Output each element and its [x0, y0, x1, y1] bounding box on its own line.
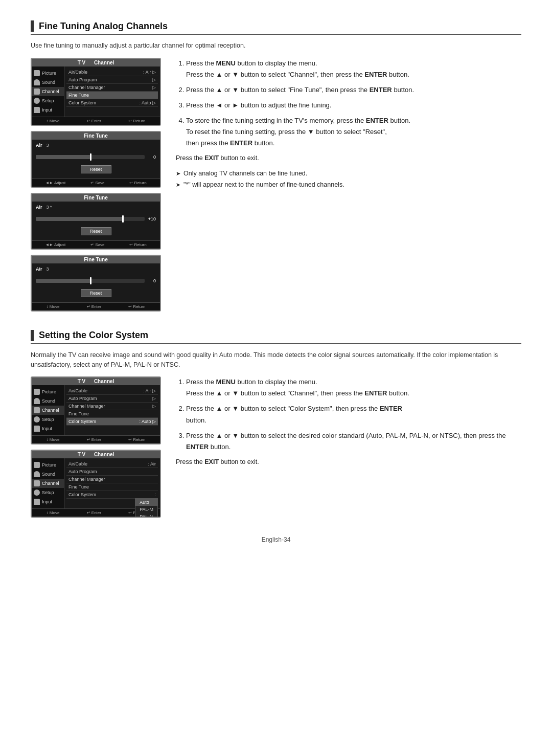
- tv-menu-autoprogram-arrow: ▷: [152, 77, 156, 82]
- tv-menu-channelmanager-arrow: ▷: [152, 85, 156, 90]
- tv-color-sidebar-input-2: Input: [32, 497, 64, 506]
- step2-enter-bold: ENTER: [370, 86, 392, 94]
- color-sidebar-setup-label-1: Setup: [42, 417, 54, 422]
- fine-tuning-instructions: Press the MENU button to display the men…: [176, 58, 521, 312]
- color-step2-enter-bold: ENTER: [380, 405, 402, 412]
- tv-color-channelmanager-2: Channel Manager: [66, 476, 158, 483]
- fine-tune-channel-row-2: Air 3 *: [36, 205, 156, 210]
- fine-tune-body-1: Air 3 0 Reset: [32, 140, 160, 179]
- fine-tuning-screens: T V Channel Picture Sound: [31, 58, 164, 312]
- color-system-desc: Normally the TV can receive image and so…: [31, 350, 521, 370]
- tv-color-sidebar-1: Picture Sound Channel: [32, 385, 64, 435]
- tv-color-sidebar-sound-2: Sound: [32, 470, 64, 479]
- fine-tune-slider-3[interactable]: [36, 279, 145, 283]
- tv-color-colorsystem-label-1: Color System: [68, 419, 96, 424]
- tv-color-colorsystem-1: Color System : Auto ▷: [66, 418, 158, 426]
- fine-tuning-step-4: To store the fine tuning setting in the …: [186, 115, 521, 149]
- color-sidebar-channel-label-2: Channel: [42, 481, 59, 486]
- page-number: English-34: [31, 536, 521, 543]
- fine-tune-reset-btn-2[interactable]: Reset: [81, 227, 111, 235]
- tv-sidebar-picture: Picture: [32, 69, 64, 78]
- fine-tune-body-2: Air 3 * +10 Reset: [32, 202, 160, 240]
- section-header-color: Setting the Color System: [31, 330, 521, 344]
- tv-color-aircable-label-1: Air/Cable: [68, 388, 87, 393]
- tv-color-content-2: Air/Cable : Air Auto Program Channel Man…: [64, 458, 160, 508]
- fine-tune-footer-save-2: ↵ Save: [90, 242, 104, 247]
- color-setup-icon-2: [34, 490, 40, 496]
- tv-color-footer-return-1: ↩ Return: [128, 437, 145, 442]
- fine-tuning-step-2: Press the ▲ or ▼ button to select "Fine …: [186, 84, 521, 96]
- fine-tune-title-2: Fine Tune: [32, 194, 160, 202]
- tv-menu-colorsystem-value: : Auto ▷: [139, 100, 156, 105]
- tv-sidebar-input-label: Input: [42, 107, 52, 113]
- fine-tune-footer-adjust-1: ◄► Adjust: [45, 181, 65, 185]
- tv-sidebar-setup-label: Setup: [42, 98, 54, 103]
- tv-content-1: Air/Cable : Air ▷ Auto Program ▷ Channel…: [64, 66, 160, 117]
- tv-color-colorsystem-label-2: Color System: [68, 492, 96, 497]
- fine-tune-channel-row-3: Air 3: [36, 266, 156, 272]
- tv-color-sidebar-input-1: Input: [32, 424, 64, 433]
- tv-color-sidebar-setup-2: Setup: [32, 488, 64, 497]
- tv-color-sidebar-setup-1: Setup: [32, 415, 64, 424]
- tv-color-menu-aircable-1: Air/Cable : Air ▷: [66, 387, 158, 395]
- fine-tune-reset-btn-1[interactable]: Reset: [81, 165, 111, 173]
- color-option-paln[interactable]: PAL-N: [135, 513, 157, 518]
- fine-tune-air-label-3: Air: [36, 266, 42, 272]
- tv-color-title-bar-1: T V Channel: [32, 377, 160, 385]
- color-sidebar-setup-label-2: Setup: [42, 490, 54, 495]
- fine-tune-channel-num-2: 3 *: [47, 205, 52, 210]
- fine-tune-footer-save-1: ↵ Save: [90, 181, 104, 185]
- sound-icon: [34, 79, 40, 85]
- section-header-fine-tuning: Fine Tuning Analog Channels: [31, 20, 521, 35]
- fine-tuning-notes: Only analog TV channels can be fine tune…: [176, 168, 521, 190]
- color-option-auto[interactable]: Auto: [135, 499, 157, 506]
- fine-tune-body-3: Air 3 0 Reset: [32, 263, 160, 302]
- input-icon: [34, 107, 40, 113]
- color-option-palm[interactable]: PAL-M: [135, 506, 157, 513]
- fine-tune-slider-1[interactable]: [36, 155, 145, 159]
- exit-bold-1: EXIT: [204, 154, 219, 162]
- tv-color-autoprogram-1: Auto Program ▷: [66, 395, 158, 403]
- tv-screen-channel-menu: T V Channel Picture Sound: [31, 58, 161, 126]
- fine-tune-value-3: 0: [148, 278, 156, 283]
- tv-color-sidebar-2: Picture Sound Channel: [32, 458, 64, 508]
- color-step1-menu-bold: MENU: [216, 378, 236, 386]
- tv-color-channelmanager-arrow-1: ▷: [152, 404, 156, 409]
- tv-footer-enter: ↵ Enter: [87, 119, 101, 123]
- exit-bold-2: EXIT: [204, 458, 219, 465]
- tv-color-menu-aircable-2: Air/Cable : Air: [66, 460, 158, 468]
- tv-color-content-1: Air/Cable : Air ▷ Auto Program ▷ Channel…: [64, 385, 160, 435]
- fine-tune-value-2: +10: [148, 216, 156, 221]
- tv-menu-colorsystem: Color System : Auto ▷: [66, 99, 158, 107]
- fine-tune-footer-adjust-2: ◄► Adjust: [45, 242, 65, 247]
- fine-tune-slider-2[interactable]: [36, 217, 145, 221]
- tv-sidebar-sound: Sound: [32, 78, 64, 87]
- tv-color-sidebar-picture-2: Picture: [32, 460, 64, 470]
- tv-screen-color-menu-1: T V Channel Picture Sound: [31, 376, 161, 444]
- tv-color-sidebar-sound-1: Sound: [32, 396, 64, 406]
- color-sidebar-input-label-1: Input: [42, 426, 52, 431]
- fine-tune-title-3: Fine Tune: [32, 256, 160, 263]
- setup-icon: [34, 98, 40, 104]
- fine-tune-reset-btn-3[interactable]: Reset: [81, 289, 111, 297]
- step4-enter-bold-2: ENTER: [230, 139, 252, 147]
- tv-footer-move: ↕ Move: [47, 119, 60, 123]
- color-system-step-1: Press the MENU button to display the men…: [186, 376, 521, 399]
- fine-tuning-note-2: "*" will appear next to the number of fi…: [176, 180, 521, 190]
- tv-sidebar-sound-label: Sound: [42, 80, 55, 85]
- tv-menu-autoprogram-label: Auto Program: [68, 77, 97, 82]
- tv-color-footer-enter-1: ↵ Enter: [87, 437, 101, 442]
- color-sound-icon-1: [34, 398, 40, 404]
- fine-tune-channel-row-1: Air 3: [36, 143, 156, 148]
- color-setup-icon-1: [34, 416, 40, 423]
- tv-color-body-1: Picture Sound Channel: [32, 385, 160, 435]
- color-channel-icon-2: [34, 480, 40, 486]
- tv-color-aircable-value-2: : Air: [148, 461, 156, 466]
- color-system-steps: Press the MENU button to display the men…: [176, 376, 521, 453]
- step1-enter-bold: ENTER: [364, 71, 387, 78]
- fine-tune-footer-return-3: ↩ Return: [128, 304, 145, 309]
- color-system-exit-note: Press the EXIT button to exit.: [176, 457, 521, 467]
- tv-sidebar-setup: Setup: [32, 96, 64, 105]
- color-sidebar-sound-label-2: Sound: [42, 472, 55, 477]
- color-sidebar-sound-label-1: Sound: [42, 398, 55, 404]
